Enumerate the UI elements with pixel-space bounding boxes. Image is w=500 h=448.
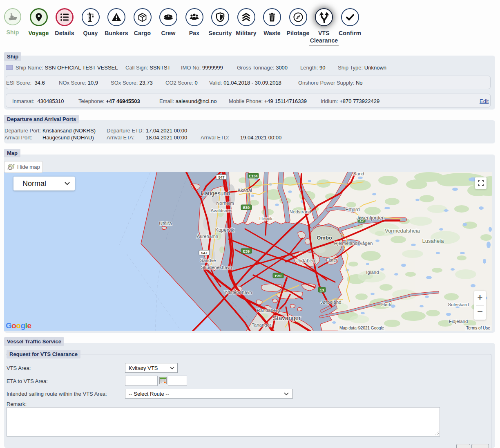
svg-text:Kopervik: Kopervik: [215, 227, 235, 233]
svg-text:Sand: Sand: [353, 172, 364, 176]
svg-text:E39: E39: [275, 274, 281, 278]
svg-text:E39: E39: [243, 206, 250, 210]
svg-text:Fidjeland: Fidjeland: [449, 319, 468, 324]
svg-text:Nedstrand: Nedstrand: [289, 209, 311, 214]
svg-text:Fister: Fister: [326, 258, 338, 262]
svg-text:Sandve: Sandve: [200, 258, 216, 263]
svg-text:Suleskard: Suleskard: [448, 302, 469, 307]
svg-text:Åkrehamn: Åkrehamn: [197, 234, 218, 239]
svg-text:Stavanger: Stavanger: [273, 314, 301, 321]
svg-text:Ydstebøhavn: Ydstebøhavn: [224, 290, 252, 295]
svg-text:547: 547: [201, 251, 207, 255]
svg-text:Jørpeland: Jørpeland: [320, 300, 341, 305]
svg-text:Vormedalsheia: Vormedalsheia: [385, 228, 420, 234]
svg-text:Hervik: Hervik: [259, 216, 273, 221]
svg-text:547: 547: [218, 175, 224, 179]
svg-text:Hjelmelandsvågen: Hjelmelandsvågen: [334, 241, 373, 246]
svg-text:Igland: Igland: [366, 270, 379, 275]
svg-text:Lusaheia: Lusaheia: [422, 238, 444, 244]
svg-text:Erfjord: Erfjord: [345, 207, 359, 213]
svg-text:13: 13: [320, 288, 324, 292]
svg-text:Tananger: Tananger: [252, 323, 271, 327]
svg-text:Haugesund: Haugesund: [201, 190, 230, 197]
svg-text:Ombo: Ombo: [317, 235, 332, 241]
svg-text:Jøsenfjorden: Jøsenfjorden: [356, 215, 384, 221]
svg-text:Utsira: Utsira: [159, 221, 172, 226]
svg-text:Judaberg: Judaberg: [296, 258, 317, 264]
svg-text:E134: E134: [249, 174, 257, 178]
svg-text:Avaldsnes: Avaldsnes: [211, 208, 232, 213]
svg-text:Randaberg: Randaberg: [257, 308, 280, 313]
svg-text:E39: E39: [243, 249, 250, 253]
svg-text:Norheim: Norheim: [216, 201, 234, 206]
svg-text:Skudeneshavn: Skudeneshavn: [201, 265, 232, 270]
svg-text:Flørli: Flørli: [381, 302, 391, 307]
svg-text:Aksdal: Aksdal: [237, 188, 252, 193]
